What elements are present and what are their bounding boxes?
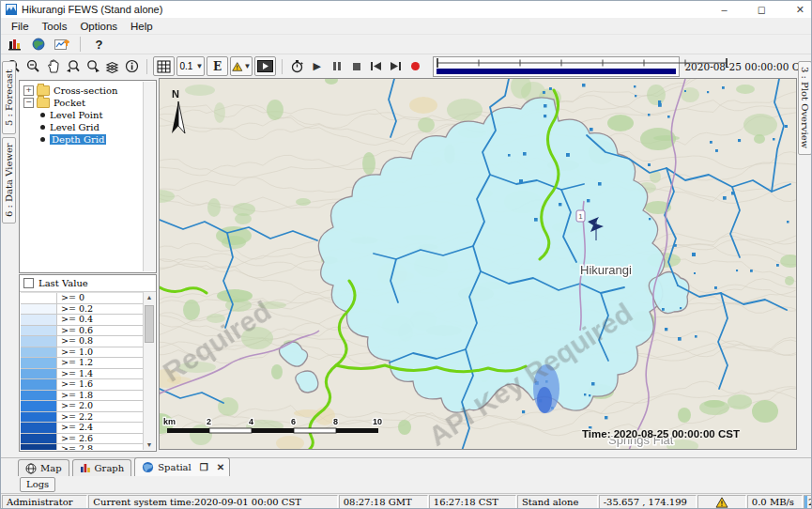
fews-logo-icon [6, 4, 17, 15]
scrollbar-thumb[interactable] [145, 305, 154, 343]
legend-row[interactable]: >= 2.4 [21, 423, 144, 434]
go-to-start-button[interactable] [366, 57, 386, 75]
status-user: Administrator [2, 495, 87, 509]
last-value-checkbox[interactable] [23, 278, 34, 288]
menu-file[interactable]: File [5, 20, 36, 33]
main-toolbar: ? [1, 34, 812, 54]
close-panel-icon[interactable]: ✕ [217, 462, 224, 472]
legend-class-label: >= 1.8 [57, 391, 93, 401]
info-button[interactable] [122, 57, 142, 75]
longitudinal-profile-button[interactable]: E [207, 56, 228, 76]
scroll-up-icon[interactable]: ▲ [144, 294, 155, 301]
menu-options[interactable]: Options [73, 20, 124, 33]
legend-color-swatch [21, 401, 57, 411]
close-button[interactable]: ✕ [793, 1, 807, 18]
menu-bar: File Tools Options Help [1, 18, 812, 34]
time-slider-range-bar [437, 69, 676, 74]
zoom-previous-button[interactable] [63, 57, 83, 75]
legend-color-swatch [21, 379, 57, 390]
legend-row[interactable]: >= 0.4 [21, 315, 144, 326]
float-panel-icon[interactable]: ❐ [200, 462, 208, 472]
legend-color-swatch [21, 423, 57, 433]
hand-icon [47, 59, 60, 73]
animation-display-button[interactable] [254, 56, 276, 76]
tab-plot-overview[interactable]: 3 : Plot Overview [798, 61, 812, 155]
status-coordinates: -35.657 , 174.199 [599, 495, 697, 509]
tree-scrollbar[interactable] [143, 82, 155, 271]
record-button[interactable] [406, 57, 425, 75]
class-break-dropdown[interactable]: 0.1 ▼ [176, 56, 205, 76]
menu-help[interactable]: Help [124, 20, 160, 33]
tree-item-cross-section[interactable]: + Cross-section [23, 85, 156, 96]
legend-color-swatch [21, 444, 57, 450]
maximize-button[interactable]: ◻ [755, 1, 769, 18]
expand-icon[interactable]: + [23, 85, 34, 96]
logs-row: Logs [1, 476, 812, 493]
record-icon [411, 62, 420, 70]
status-network-rate: 0.0 MB/s [747, 495, 803, 509]
globe-icon [32, 38, 45, 51]
legend-row[interactable]: >= 0.8 [21, 336, 144, 347]
legend-class-table: >= 0 >= 0.2 >= 0.4 >= 0.6 >= 0.8 >= 1.0 [21, 292, 144, 450]
tab-data-viewer[interactable]: 6 : Data Viewer [2, 137, 16, 224]
legend-class-label: >= 2.4 [57, 423, 93, 433]
go-to-end-button[interactable] [386, 57, 406, 75]
collapse-icon[interactable]: − [23, 98, 34, 108]
road-shield: 1 [576, 210, 585, 222]
logs-button[interactable]: Logs [20, 477, 55, 492]
legend-color-swatch [21, 391, 57, 401]
timeseries-editor-button[interactable] [52, 36, 71, 54]
map-canvas[interactable]: 1 API Key Required API Key Required Hiku… [159, 78, 797, 450]
warning-icon [232, 60, 243, 73]
legend-color-swatch [21, 304, 57, 315]
grid-icon [157, 60, 171, 73]
time-slider[interactable] [433, 56, 680, 77]
zoom-out-button[interactable] [23, 57, 43, 75]
legend-row[interactable]: >= 1.6 [21, 379, 144, 391]
scroll-down-icon[interactable]: ▼ [144, 441, 155, 448]
window-title: Hikurangi FEWS (Stand alone) [22, 4, 162, 15]
timeseries-chart-icon [54, 38, 69, 52]
tree-item-level-point[interactable]: Level Point [40, 109, 156, 120]
status-mode: Stand alone [517, 495, 598, 509]
legend-color-swatch [21, 412, 57, 423]
tree-item-pocket[interactable]: − Pocket [23, 97, 156, 108]
bottom-tab-strip: Map Graph Spatial ❐ ✕ [1, 457, 812, 476]
status-memory-gauge: 2.5 GB [804, 495, 812, 509]
minimize-button[interactable]: – [719, 1, 730, 18]
tab-spatial[interactable]: Spatial ❐ ✕ [134, 457, 230, 476]
pan-button[interactable] [43, 57, 63, 75]
time-slider-ticks [434, 57, 730, 69]
grid-display-button[interactable] [153, 56, 175, 76]
open-map-button[interactable] [28, 36, 48, 54]
legend-class-label: >= 1.2 [57, 358, 93, 368]
tree-item-level-grid[interactable]: Level Grid [40, 121, 156, 132]
legend-row[interactable]: >= 1.2 [21, 358, 144, 369]
status-alerts[interactable] [697, 495, 746, 509]
svg-text:km: km [163, 417, 176, 426]
tree-item-depth-grid[interactable]: Depth Grid [40, 133, 156, 145]
filters-tree-panel: + Cross-section − Pocket Level Point Lev… [19, 80, 157, 273]
database-results-button[interactable] [5, 36, 24, 54]
legend-row[interactable]: >= 0 [21, 293, 144, 304]
layers-button[interactable] [102, 57, 122, 75]
legend-class-label: >= 0.6 [57, 326, 93, 336]
animation-settings-button[interactable] [287, 57, 307, 75]
zoom-next-button[interactable] [83, 57, 102, 75]
tab-graph[interactable]: Graph [72, 459, 132, 476]
legend-row[interactable]: >= 2.0 [21, 401, 144, 412]
menu-tools[interactable]: Tools [36, 20, 74, 33]
title-bar: Hikurangi FEWS (Stand alone) – ◻ ✕ [1, 1, 812, 18]
legend-row[interactable]: >= 2.8 [21, 444, 144, 450]
thresholds-dropdown[interactable]: ▼ [230, 56, 253, 76]
legend-color-swatch [21, 315, 57, 325]
status-gmt-time: 08:27:18 GMT [339, 495, 428, 509]
tab-forecast[interactable]: 5 : Forecast [2, 61, 16, 134]
help-button[interactable]: ? [89, 36, 109, 54]
tab-map[interactable]: Map [18, 459, 69, 476]
pause-button[interactable] [327, 57, 346, 75]
play-button[interactable]: ▶ [307, 57, 327, 75]
legend-class-label: >= 2.2 [57, 412, 93, 423]
stop-button[interactable] [346, 57, 366, 75]
legend-scrollbar[interactable]: ▲ ▼ [143, 292, 155, 450]
